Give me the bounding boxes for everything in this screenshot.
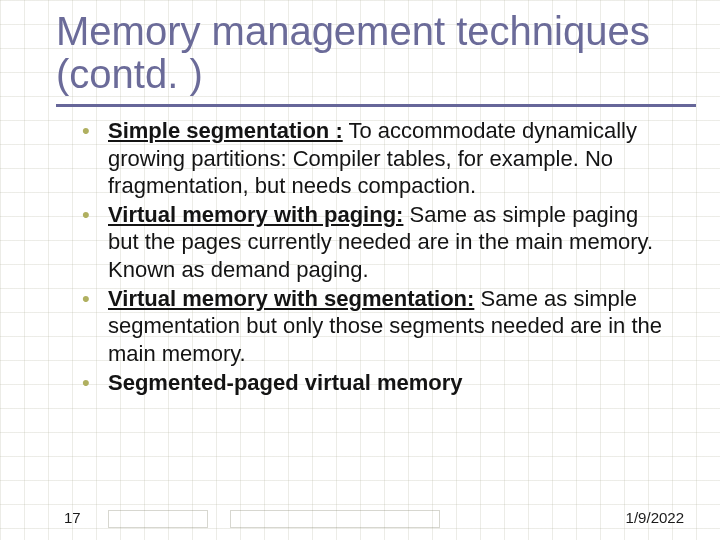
slide-footer: 17 1/9/2022 [0, 506, 720, 528]
bullet-term: Virtual memory with paging: [108, 202, 403, 227]
bullet-item: Segmented-paged virtual memory [108, 369, 672, 396]
bullet-term: Virtual memory with segmentation: [108, 286, 474, 311]
bullet-term: Simple segmentation : [108, 118, 343, 143]
bullet-item: Virtual memory with paging: Same as simp… [108, 201, 672, 283]
slide-title: Memory management techniques (contd. ) [56, 10, 692, 96]
slide-number: 17 [64, 509, 81, 526]
slide-body: Memory management techniques (contd. ) S… [0, 0, 720, 540]
footer-box-center [230, 510, 440, 528]
slide-date: 1/9/2022 [626, 509, 684, 526]
footer-box-left [108, 510, 208, 528]
title-underline [56, 104, 696, 107]
bullet-list: Simple segmentation : To accommodate dyn… [60, 117, 672, 396]
bullet-term: Segmented-paged virtual memory [108, 370, 463, 395]
bullet-item: Virtual memory with segmentation: Same a… [108, 285, 672, 367]
bullet-item: Simple segmentation : To accommodate dyn… [108, 117, 672, 199]
